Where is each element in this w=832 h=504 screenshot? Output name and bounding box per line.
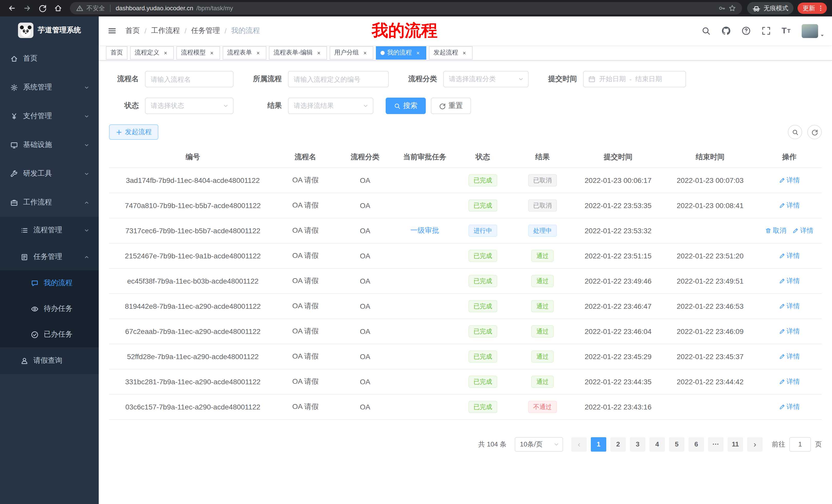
breadcrumb-item-task-management[interactable]: 任务管理 — [191, 26, 220, 35]
address-bar[interactable]: 不安全 dashboard.yudao.iocoder.cn/bpm/task/… — [70, 2, 742, 15]
tab-close-icon[interactable]: × — [208, 49, 215, 56]
sidebar-item-home[interactable]: 首页 — [0, 44, 99, 73]
cell-process-name: OA 请假 — [277, 243, 334, 268]
edit-icon — [779, 328, 785, 334]
detail-link[interactable]: 详情 — [779, 276, 800, 285]
cell-process-name: OA 请假 — [277, 394, 334, 419]
tab-close-icon[interactable]: × — [255, 49, 262, 56]
tab-user-group[interactable]: 用户分组× — [330, 46, 373, 59]
sidebar-item-workflow[interactable]: 工作流程 — [0, 188, 99, 217]
process-name-input[interactable] — [145, 71, 233, 87]
tab-close-icon[interactable]: × — [414, 49, 422, 56]
back-icon[interactable] — [5, 2, 19, 15]
page-button-2[interactable]: 2 — [610, 437, 626, 451]
menu-dots-icon[interactable] — [817, 5, 824, 12]
font-size-icon[interactable]: TT — [782, 26, 791, 35]
result-tag: 通过 — [531, 325, 554, 337]
detail-link[interactable]: 详情 — [779, 201, 800, 210]
category-select[interactable]: 请选择流程分类 — [443, 71, 529, 87]
page-button-3[interactable]: 3 — [630, 437, 645, 451]
fullscreen-icon[interactable] — [761, 26, 771, 35]
page-ellipsis[interactable]: ··· — [708, 437, 724, 451]
create-process-button[interactable]: 发起流程 — [109, 124, 158, 140]
cell-process-id: 52ffd28e-7b9a-11ec-a290-acde48001122 — [109, 344, 277, 369]
submit-time-range-picker[interactable]: 开始日期 - 结束日期 — [583, 71, 686, 87]
sidebar-item-task-management[interactable]: 任务管理 — [0, 244, 99, 270]
home-icon[interactable] — [51, 2, 65, 15]
tab-close-icon[interactable]: × — [362, 49, 369, 56]
cancel-link[interactable]: 取消 — [765, 226, 786, 235]
result-select[interactable]: 请选择流结果 — [288, 97, 373, 114]
breadcrumb-item-home[interactable]: 首页 — [126, 26, 140, 35]
chevron-down-icon — [553, 441, 560, 447]
refresh-icon — [811, 129, 818, 135]
tab-process-form-edit[interactable]: 流程表单-编辑× — [269, 46, 327, 59]
goto-page-input[interactable] — [789, 437, 811, 451]
tab-close-icon[interactable]: × — [315, 49, 322, 56]
user-avatar[interactable] — [802, 24, 825, 38]
page-button-11[interactable]: 11 — [728, 437, 743, 451]
toggle-search-button[interactable] — [788, 125, 802, 139]
cell-result: 不通过 — [512, 394, 573, 419]
sidebar-item-my-process[interactable]: 我的流程 — [0, 270, 99, 296]
tab-process-form[interactable]: 流程表单× — [223, 46, 266, 59]
cell-process-id: 7470a810-7b9b-11ec-b5b7-acde48001122 — [109, 193, 277, 218]
refresh-table-button[interactable] — [807, 125, 822, 139]
chevron-down-icon — [84, 85, 89, 90]
page-button-4[interactable]: 4 — [649, 437, 665, 451]
cell-process-name: OA 请假 — [277, 218, 334, 243]
help-icon[interactable] — [742, 26, 751, 35]
breadcrumb-item-workflow[interactable]: 工作流程 — [151, 26, 180, 35]
tab-start-process[interactable]: 发起流程× — [429, 46, 473, 59]
detail-link[interactable]: 详情 — [779, 352, 800, 361]
tab-process-model[interactable]: 流程模型× — [176, 46, 220, 59]
tab-process-definition[interactable]: 流程定义× — [130, 46, 174, 59]
sidebar-item-leave-query[interactable]: 请假查询 — [0, 347, 99, 374]
key-icon[interactable] — [718, 5, 726, 12]
parent-process-input[interactable] — [288, 71, 389, 87]
reset-button[interactable]: 重置 — [431, 97, 471, 114]
page-button-6[interactable]: 6 — [688, 437, 704, 451]
end-date-placeholder[interactable]: 结束日期 — [635, 75, 662, 84]
tab-close-icon[interactable]: × — [461, 49, 468, 56]
sidebar-item-process-management[interactable]: 流程管理 — [0, 217, 99, 244]
search-icon[interactable] — [701, 26, 711, 35]
detail-link[interactable]: 详情 — [779, 327, 800, 336]
refresh-icon[interactable] — [36, 2, 49, 15]
detail-link[interactable]: 详情 — [779, 251, 800, 260]
cell-result: 通过 — [512, 344, 573, 369]
tab-my-process[interactable]: 我的流程× — [376, 46, 426, 59]
cell-submit-time: 2022-01-22 23:53:32 — [573, 218, 663, 243]
address-bar-divider — [110, 5, 110, 12]
hamburger-icon[interactable] — [99, 17, 126, 45]
security-chip[interactable]: 不安全 — [86, 4, 105, 12]
page-size-select[interactable]: 10条/页 — [515, 437, 563, 451]
current-task-link[interactable]: 一级审批 — [410, 226, 439, 234]
search-button[interactable]: 搜索 — [386, 97, 426, 114]
detail-link[interactable]: 详情 — [792, 226, 813, 235]
detail-link[interactable]: 详情 — [779, 175, 800, 185]
next-page-button[interactable]: › — [747, 437, 762, 451]
detail-link[interactable]: 详情 — [779, 301, 800, 311]
sidebar-item-todo-tasks[interactable]: 待办任务 — [0, 296, 99, 321]
chevron-up-icon — [84, 200, 89, 205]
status-select[interactable]: 请选择状态 — [145, 97, 233, 114]
tab-home[interactable]: 首页 — [106, 46, 128, 59]
detail-link[interactable]: 详情 — [779, 402, 800, 411]
sidebar-item-system-management[interactable]: 系统管理 — [0, 73, 99, 102]
sidebar-item-done-tasks[interactable]: 已办任务 — [0, 321, 99, 347]
start-date-placeholder[interactable]: 开始日期 — [599, 75, 626, 84]
star-icon[interactable] — [729, 5, 736, 12]
detail-link[interactable]: 详情 — [779, 377, 800, 386]
page-button-5[interactable]: 5 — [669, 437, 684, 451]
sidebar-item-infrastructure[interactable]: 基础设施 — [0, 131, 99, 159]
avatar-image[interactable] — [802, 24, 818, 38]
sidebar-item-payment-management[interactable]: 支付管理 — [0, 102, 99, 131]
forward-icon[interactable] — [21, 2, 34, 15]
page-button-1[interactable]: 1 — [591, 437, 606, 451]
update-button[interactable]: 更新 — [798, 3, 827, 14]
sidebar-item-dev-tools[interactable]: 研发工具 — [0, 159, 99, 188]
tab-close-icon[interactable]: × — [162, 49, 169, 56]
github-icon[interactable] — [722, 26, 731, 35]
prev-page-button[interactable]: ‹ — [571, 437, 587, 451]
